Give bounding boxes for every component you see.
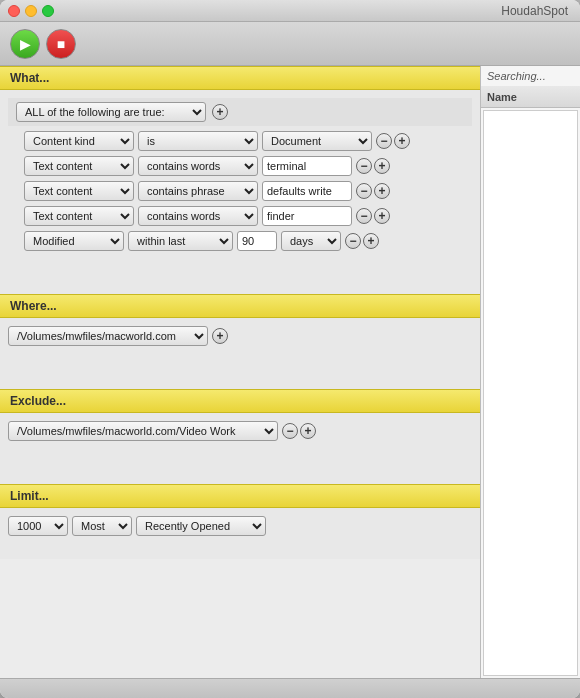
value-input-2[interactable] <box>262 156 352 176</box>
limit-count-select[interactable]: 100 500 1000 5000 <box>8 516 68 536</box>
condition-row-2: Content kind Text content Modified Creat… <box>8 156 472 176</box>
traffic-lights <box>8 5 54 17</box>
operator-select-2[interactable]: contains words contains phrase does not … <box>138 156 258 176</box>
what-section-header: What... <box>0 66 480 90</box>
minimize-button[interactable] <box>25 5 37 17</box>
left-panel: What... ALL of the following are true: A… <box>0 66 480 678</box>
limit-most-select[interactable]: Most Least <box>72 516 132 536</box>
maximize-button[interactable] <box>42 5 54 17</box>
exclude-section-header: Exclude... <box>0 389 480 413</box>
where-section-header: Where... <box>0 294 480 318</box>
add-row-2-button[interactable]: + <box>374 158 390 174</box>
condition-select-2[interactable]: Content kind Text content Modified Creat… <box>24 156 134 176</box>
add-row-5-button[interactable]: + <box>363 233 379 249</box>
remove-row-3-button[interactable]: − <box>356 183 372 199</box>
all-of-select[interactable]: ALL of the following are true: ANY of th… <box>16 102 206 122</box>
exclude-spacer <box>8 446 472 476</box>
titlebar: HoudahSpot <box>0 0 580 22</box>
what-spacer <box>8 256 472 286</box>
where-section-content: /Volumes/mwfiles/macworld.com Home Deskt… <box>0 318 480 389</box>
exclude-section-content: /Volumes/mwfiles/macworld.com/Video Work… <box>0 413 480 484</box>
condition-row-5: Content kind Text content Modified Creat… <box>8 231 472 251</box>
value-select-1[interactable]: Document Image Audio Video PDF <box>262 131 372 151</box>
limit-bottom-spacer <box>8 541 472 551</box>
what-section-content: ALL of the following are true: ANY of th… <box>0 90 480 294</box>
remove-row-1-button[interactable]: − <box>376 133 392 149</box>
window-title: HoudahSpot <box>501 4 568 18</box>
days-unit-select-5[interactable]: days weeks months <box>281 231 341 251</box>
remove-row-2-button[interactable]: − <box>356 158 372 174</box>
operator-select-5[interactable]: within last before after <box>128 231 233 251</box>
condition-select-1[interactable]: Content kind Text content Modified Creat… <box>24 131 134 151</box>
statusbar <box>0 678 580 698</box>
stop-icon: ■ <box>57 36 65 52</box>
results-list <box>483 110 578 676</box>
add-row-4-button[interactable]: + <box>374 208 390 224</box>
main-area: What... ALL of the following are true: A… <box>0 66 580 678</box>
days-input-5[interactable] <box>237 231 277 251</box>
add-exclude-button[interactable]: + <box>300 423 316 439</box>
remove-row-4-button[interactable]: − <box>356 208 372 224</box>
operator-select-3[interactable]: contains words contains phrase does not … <box>138 181 258 201</box>
btn-group-5: − + <box>345 233 379 249</box>
close-button[interactable] <box>8 5 20 17</box>
condition-select-4[interactable]: Content kind Text content Modified Creat… <box>24 206 134 226</box>
condition-row-4: Content kind Text content Modified Creat… <box>8 206 472 226</box>
where-path-select[interactable]: /Volumes/mwfiles/macworld.com Home Deskt… <box>8 326 208 346</box>
btn-group-1: − + <box>376 133 410 149</box>
remove-row-5-button[interactable]: − <box>345 233 361 249</box>
btn-group-4: − + <box>356 208 390 224</box>
condition-row-3: Content kind Text content Modified Creat… <box>8 181 472 201</box>
name-column-header: Name <box>481 86 580 108</box>
play-icon: ▶ <box>20 36 31 52</box>
right-panel: Searching... Name <box>480 66 580 678</box>
value-input-3[interactable] <box>262 181 352 201</box>
operator-select-1[interactable]: is is not <box>138 131 258 151</box>
operator-select-4[interactable]: contains words contains phrase does not … <box>138 206 258 226</box>
limit-section-header: Limit... <box>0 484 480 508</box>
add-where-button[interactable]: + <box>212 328 228 344</box>
btn-group-3: − + <box>356 183 390 199</box>
add-row-1-button[interactable]: + <box>394 133 410 149</box>
stop-button[interactable]: ■ <box>46 29 76 59</box>
condition-row-1: Content kind Text content Modified Creat… <box>8 131 472 151</box>
limit-type-select[interactable]: Recently Opened Recently Modified Recent… <box>136 516 266 536</box>
exclude-path-select[interactable]: /Volumes/mwfiles/macworld.com/Video Work… <box>8 421 278 441</box>
btn-group-2: − + <box>356 158 390 174</box>
add-row-3-button[interactable]: + <box>374 183 390 199</box>
app-window: HoudahSpot ▶ ■ What... ALL of the follow… <box>0 0 580 698</box>
value-input-4[interactable] <box>262 206 352 226</box>
limit-section-content: 100 500 1000 5000 Most Least Recently Op… <box>0 508 480 559</box>
condition-select-5[interactable]: Content kind Text content Modified Creat… <box>24 231 124 251</box>
where-spacer <box>8 351 472 381</box>
add-condition-button[interactable]: + <box>212 104 228 120</box>
play-button[interactable]: ▶ <box>10 29 40 59</box>
limit-row: 100 500 1000 5000 Most Least Recently Op… <box>8 516 472 536</box>
all-of-row: ALL of the following are true: ANY of th… <box>8 98 472 126</box>
remove-exclude-button[interactable]: − <box>282 423 298 439</box>
condition-select-3[interactable]: Content kind Text content Modified Creat… <box>24 181 134 201</box>
searching-status: Searching... <box>481 66 580 86</box>
toolbar: ▶ ■ <box>0 22 580 66</box>
excl-btn-group: − + <box>282 423 316 439</box>
exclude-row: /Volumes/mwfiles/macworld.com/Video Work… <box>8 421 472 441</box>
where-row: /Volumes/mwfiles/macworld.com Home Deskt… <box>8 326 472 346</box>
